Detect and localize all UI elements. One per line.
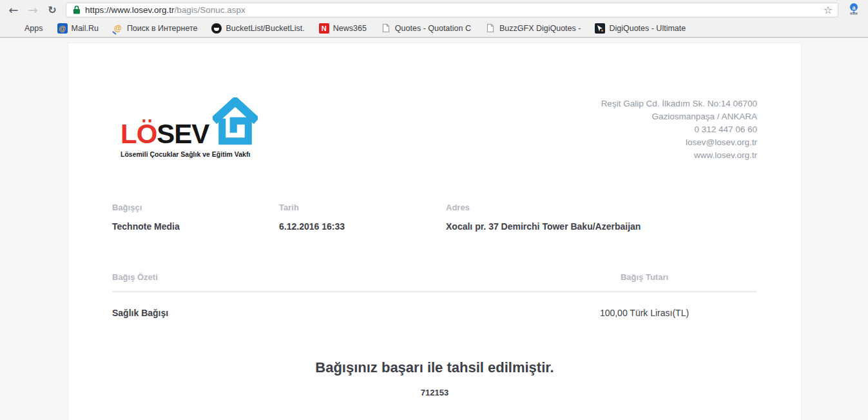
page-icon: [381, 23, 391, 34]
contact-line-email: losev@losev.org.tr: [601, 136, 757, 149]
bookmark-label: Quotes - Quotation C: [395, 24, 471, 33]
bookmark-label: News365: [333, 24, 367, 33]
success-message: Bağışınız başarı ile tahsil edilmiştir.: [112, 359, 757, 376]
logo-text-black: SEV: [157, 119, 209, 149]
bookmark-bucketlist[interactable]: BucketList/BucketList.: [206, 21, 309, 35]
page-icon: [485, 23, 496, 34]
donor-label: Bağışçı: [112, 203, 279, 212]
url-domain: https://www.losev.org.tr: [85, 5, 175, 15]
bookmark-label: BuzzGFX DigiQuotes -: [499, 24, 581, 33]
bookmark-label: Mail.Ru: [72, 24, 99, 33]
bookmark-star-icon[interactable]: ☆: [822, 4, 834, 16]
donor-field: Bağışçı Technote Media: [112, 203, 279, 232]
summary-header-row: Bağış Özeti Bağış Tutarı: [112, 272, 757, 292]
apps-label: Apps: [24, 24, 43, 33]
contact-line-address2: Gaziosmanpaşa / ANKARA: [601, 110, 757, 123]
browser-toolbar: ← → ↻ https://www.losev.org.tr/bagis/Son…: [0, 0, 868, 19]
url-text: https://www.losev.org.tr/bagis/Sonuc.asp…: [85, 5, 822, 15]
bookmark-buzzgfx[interactable]: BuzzGFX DigiQuotes -: [480, 21, 586, 35]
bookmark-digiquotes[interactable]: DigiQuotes - Ultimate: [590, 21, 691, 35]
address-bar[interactable]: https://www.losev.org.tr/bagis/Sonuc.asp…: [66, 3, 838, 17]
bookmarks-bar: Apps @ Mail.Ru @ Поиск в Интернете Bucke…: [0, 19, 868, 38]
donation-type: Sağlık Bağışı: [112, 308, 168, 318]
mailru-icon: @: [57, 23, 68, 34]
contact-line-phone: 0 312 447 06 60: [601, 123, 757, 136]
contact-line-website: www.losev.org.tr: [601, 149, 757, 162]
losev-logo: LÖSEV Lösemili Çocuklar Sağlık ve Eğitim…: [121, 97, 258, 162]
url-path: /bagis/Sonuc.aspx: [175, 5, 246, 15]
forward-icon[interactable]: →: [24, 1, 41, 18]
github-icon: [211, 23, 222, 34]
receipt-number: 712153: [112, 388, 757, 397]
bookmark-label: Поиск в Интернете: [127, 24, 198, 33]
address-label: Adres: [446, 203, 641, 212]
back-icon[interactable]: ←: [5, 1, 22, 18]
date-field: Tarih 6.12.2016 16:33: [279, 203, 446, 232]
contact-line-address1: Reşit Galip Cd. İlkadım Sk. No:14 06700: [601, 97, 757, 110]
donation-receipt-card: LÖSEV Lösemili Çocuklar Sağlık ve Eğitim…: [68, 43, 802, 420]
summary-item-column-header: Bağış Özeti: [112, 272, 158, 282]
reload-icon[interactable]: ↻: [44, 1, 61, 18]
donor-value: Technote Media: [112, 221, 279, 232]
address-field: Adres Xocalı pr. 37 Demirchi Tower Baku/…: [446, 203, 641, 232]
bookmark-quotes[interactable]: Quotes - Quotation C: [376, 21, 476, 35]
page-background: LÖSEV Lösemili Çocuklar Sağlık ve Eğitim…: [0, 43, 868, 420]
search-at-icon: @: [113, 23, 123, 34]
donation-amount: 100,00 Türk Lirası(TL): [564, 308, 725, 318]
donation-info-row: Bağışçı Technote Media Tarih 6.12.2016 1…: [112, 203, 757, 232]
losev-house-icon: [213, 97, 258, 153]
apps-grid-icon: [12, 24, 21, 33]
news365-icon: N: [319, 23, 329, 34]
extension-icon[interactable]: a: [846, 1, 863, 18]
apps-shortcut[interactable]: Apps: [6, 22, 48, 35]
summary-data-row: Sağlık Bağışı 100,00 Türk Lirası(TL): [112, 308, 757, 318]
contact-info: Reşit Galip Cd. İlkadım Sk. No:14 06700 …: [601, 97, 757, 162]
bookmark-search-internet[interactable]: @ Поиск в Интернете: [108, 21, 203, 35]
logo-tagline: Lösemili Çocuklar Sağlık ve Eğitim Vakfı: [121, 150, 258, 158]
summary-amount-column-header: Bağış Tutarı: [564, 272, 725, 282]
receipt-header: LÖSEV Lösemili Çocuklar Sağlık ve Eğitim…: [112, 97, 757, 162]
address-value: Xocalı pr. 37 Demirchi Tower Baku/Azerba…: [446, 221, 641, 232]
date-value: 6.12.2016 16:33: [279, 221, 446, 232]
date-label: Tarih: [279, 203, 446, 212]
bookmark-label: DigiQuotes - Ultimate: [609, 24, 686, 33]
losev-logo-text: LÖSEV: [121, 122, 209, 146]
bookmark-mailru[interactable]: @ Mail.Ru: [52, 21, 104, 35]
digiquotes-icon: [595, 23, 605, 34]
bookmark-label: BucketList/BucketList.: [226, 24, 304, 33]
bookmark-news365[interactable]: N News365: [314, 21, 372, 35]
secure-lock-icon: [73, 5, 81, 14]
logo-text-red: LÖ: [121, 119, 157, 149]
